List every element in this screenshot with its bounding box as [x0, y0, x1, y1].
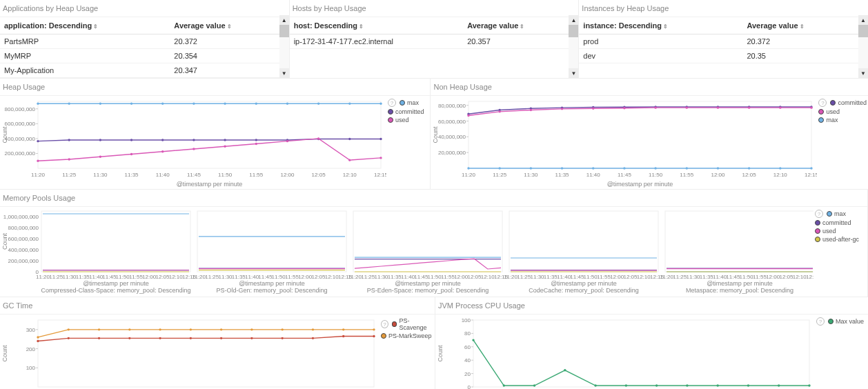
- col-header-value[interactable]: Average value⇕: [170, 17, 279, 34]
- svg-text:12:10: 12:10: [793, 274, 807, 280]
- help-icon[interactable]: ?: [816, 317, 825, 326]
- scroll-down-icon[interactable]: ▼: [858, 68, 868, 78]
- svg-point-225: [159, 337, 161, 339]
- table-row[interactable]: ip-172-31-47-177.ec2.internal20.357: [290, 34, 569, 49]
- legend-label[interactable]: Max value: [836, 318, 864, 325]
- svg-text:12:10: 12:10: [773, 172, 788, 178]
- sort-icon[interactable]: ⇕: [359, 23, 364, 30]
- col-header-value[interactable]: Average value⇕: [463, 17, 569, 34]
- svg-point-112: [655, 167, 657, 169]
- svg-point-278: [655, 384, 658, 386]
- legend-swatch: [827, 211, 832, 217]
- svg-point-274: [533, 384, 535, 386]
- svg-rect-170: [509, 211, 658, 272]
- cell-value: 20.354: [170, 49, 279, 63]
- svg-point-30: [255, 103, 257, 105]
- legend-label[interactable]: max: [834, 210, 846, 217]
- legend-label[interactable]: used: [826, 108, 840, 115]
- svg-text:PS-Eden-Space: memory_pool: De: PS-Eden-Space: memory_pool: Descending: [367, 287, 489, 294]
- svg-text:11:30: 11:30: [531, 274, 545, 280]
- legend-label[interactable]: committed: [822, 219, 851, 226]
- legend-label[interactable]: PS-Scavenge: [399, 317, 433, 331]
- col-header-value[interactable]: Average value⇕: [742, 17, 858, 34]
- chart-cpu[interactable]: 02040608010011:2011:2511:3011:3511:4011:…: [435, 315, 815, 389]
- table-scrollbar[interactable]: ▲ ▼: [569, 15, 578, 78]
- svg-point-233: [37, 336, 39, 338]
- sort-icon[interactable]: ⇕: [227, 23, 232, 30]
- panel-title: Non Heap Usage: [431, 79, 868, 96]
- cell-value: 20.372: [742, 34, 858, 49]
- scroll-down-icon[interactable]: ▼: [569, 68, 578, 78]
- svg-point-96: [530, 109, 532, 111]
- svg-text:@timestamp per minute: @timestamp per minute: [707, 280, 773, 287]
- scroll-up-icon[interactable]: ▲: [569, 15, 578, 25]
- legend-label[interactable]: committed: [838, 99, 867, 106]
- table-scrollbar[interactable]: ▲ ▼: [858, 15, 868, 78]
- sort-icon[interactable]: ⇕: [520, 23, 524, 30]
- scroll-thumb[interactable]: [279, 25, 289, 37]
- svg-point-272: [472, 339, 474, 341]
- svg-rect-185: [665, 211, 813, 272]
- scroll-thumb[interactable]: [569, 25, 578, 37]
- table-row[interactable]: MyMRP20.354: [0, 49, 279, 63]
- chart-nonheap-usage[interactable]: 20,000,00040,000,00060,000,00080,000,000…: [431, 96, 817, 189]
- sort-icon[interactable]: ⇕: [800, 23, 805, 30]
- sort-icon[interactable]: ⇕: [663, 23, 668, 30]
- svg-point-35: [37, 140, 39, 142]
- help-icon[interactable]: ?: [815, 210, 823, 218]
- svg-point-229: [281, 337, 283, 339]
- help-icon[interactable]: ?: [381, 320, 388, 328]
- legend-label[interactable]: max: [826, 117, 838, 123]
- table-row[interactable]: PartsMRP20.372: [0, 34, 279, 49]
- legend-swatch: [815, 220, 820, 226]
- svg-point-224: [128, 337, 130, 339]
- col-header-name[interactable]: application: Descending⇕: [0, 17, 170, 34]
- svg-text:12:00: 12:00: [280, 172, 295, 178]
- table-row[interactable]: prod20.372: [579, 34, 858, 49]
- col-header-name[interactable]: host: Descending⇕: [290, 17, 464, 34]
- help-icon[interactable]: ?: [818, 99, 827, 107]
- scroll-thumb[interactable]: [858, 25, 868, 37]
- legend-label[interactable]: used: [822, 228, 836, 235]
- legend-label[interactable]: used-after-gc: [822, 236, 859, 243]
- svg-text:12:10: 12:10: [637, 274, 651, 280]
- cell-value: 20.372: [170, 34, 279, 49]
- scroll-down-icon[interactable]: ▼: [279, 68, 289, 78]
- help-icon[interactable]: ?: [388, 99, 396, 107]
- svg-point-33: [348, 103, 351, 105]
- svg-point-221: [37, 340, 39, 342]
- legend-label[interactable]: committed: [395, 108, 424, 115]
- scroll-up-icon[interactable]: ▲: [279, 15, 289, 25]
- svg-point-39: [161, 139, 164, 141]
- svg-text:11:35: 11:35: [76, 274, 90, 280]
- legend-label[interactable]: max: [407, 99, 419, 106]
- instances-table: instance: Descending⇕ Average value⇕ pro…: [579, 17, 858, 63]
- svg-text:@timestamp per minute: @timestamp per minute: [177, 181, 243, 188]
- svg-point-102: [717, 106, 719, 108]
- svg-point-40: [193, 139, 195, 141]
- svg-text:11:45: 11:45: [258, 274, 273, 280]
- svg-text:12:10: 12:10: [343, 172, 357, 178]
- sort-icon[interactable]: ⇕: [93, 23, 98, 30]
- legend-label[interactable]: used: [395, 117, 409, 123]
- svg-text:Compressed-Class-Space: memory: Compressed-Class-Space: memory_pool: Des…: [41, 287, 190, 294]
- svg-text:60: 60: [464, 344, 471, 350]
- scroll-up-icon[interactable]: ▲: [858, 15, 868, 25]
- svg-text:80: 80: [464, 330, 471, 337]
- table-row[interactable]: My-Application20.347: [0, 63, 279, 78]
- table-row[interactable]: dev20.35: [579, 49, 858, 63]
- svg-text:11:40: 11:40: [713, 274, 727, 280]
- legend-label[interactable]: PS-MarkSweep: [388, 332, 432, 339]
- chart-gctime[interactable]: 10020030011:2011:2511:3011:3511:4011:451…: [0, 315, 379, 389]
- svg-point-32: [317, 103, 319, 105]
- svg-point-223: [98, 337, 100, 339]
- chart-heap-usage[interactable]: 200,000,000400,000,000600,000,000800,000…: [0, 96, 386, 189]
- col-header-name[interactable]: instance: Descending⇕: [579, 17, 742, 34]
- chart-mempools[interactable]: 0200,000,000400,000,000600,000,000800,00…: [0, 207, 813, 297]
- svg-text:Count: Count: [437, 345, 444, 362]
- table-scrollbar[interactable]: ▲ ▼: [279, 15, 289, 78]
- svg-point-98: [593, 108, 595, 110]
- panel-applications: Applications by Heap Usage application: …: [0, 0, 290, 79]
- svg-text:400,000,000: 400,000,000: [8, 247, 39, 253]
- svg-text:11:40: 11:40: [401, 274, 415, 280]
